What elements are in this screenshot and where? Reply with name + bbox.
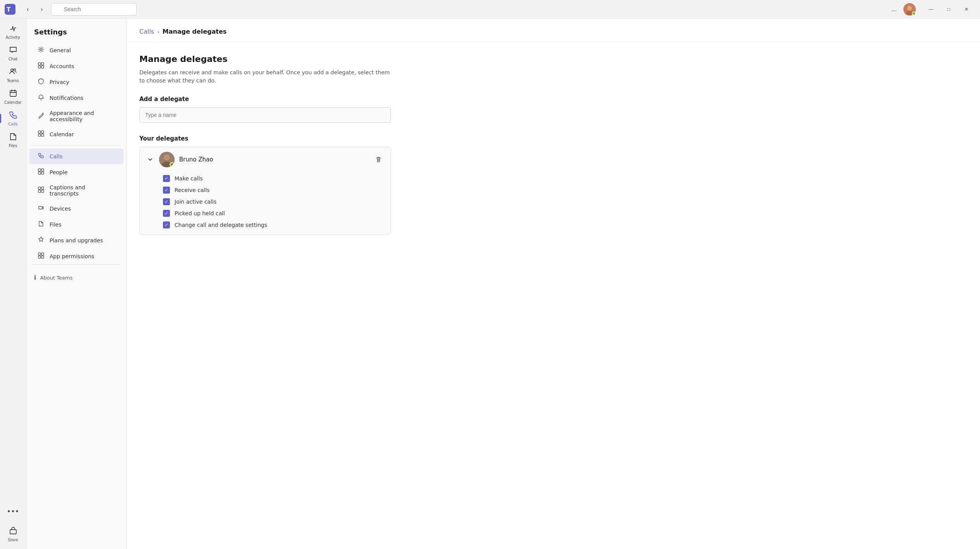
search-wrapper: 🔍	[51, 3, 245, 15]
permission-make-calls[interactable]: ✓ Make calls	[163, 175, 384, 182]
settings-captions-label: Captions and transcripts	[50, 184, 116, 197]
settings-calendar-icon	[37, 130, 45, 138]
svg-point-14	[43, 113, 44, 114]
nav-item-activity[interactable]: Activity	[3, 22, 23, 42]
delegate-avatar	[159, 152, 175, 167]
about-teams-link[interactable]: ℹ About Teams	[26, 268, 127, 287]
settings-item-notifications[interactable]: Notifications	[29, 90, 123, 106]
make-calls-label: Make calls	[175, 175, 203, 182]
breadcrumb-parent[interactable]: Calls	[139, 28, 154, 35]
accounts-label: Accounts	[50, 63, 74, 69]
svg-rect-8	[10, 530, 16, 534]
settings-files-icon	[37, 221, 45, 228]
settings-calls-label: Calls	[50, 153, 62, 160]
join-active-checkmark: ✓	[164, 199, 168, 204]
permission-pickup-held[interactable]: ✓ Picked up held call	[163, 210, 384, 217]
settings-item-general[interactable]: General	[29, 43, 123, 58]
settings-plans-label: Plans and upgrades	[50, 237, 103, 244]
settings-files-label: Files	[50, 221, 62, 228]
titlebar: T ‹ › 🔍 ... — □ ✕	[0, 0, 980, 19]
minimize-button[interactable]: —	[922, 3, 940, 15]
breadcrumb-current: Manage delegates	[163, 28, 227, 35]
settings-item-calendar[interactable]: Calendar	[29, 127, 123, 142]
svg-rect-29	[41, 253, 44, 255]
settings-people-icon	[37, 168, 45, 176]
nav-item-store[interactable]: Store	[3, 524, 23, 544]
receive-calls-checkbox[interactable]: ✓	[163, 187, 170, 194]
nav-item-chat[interactable]: Chat	[3, 43, 23, 63]
settings-item-devices[interactable]: Devices	[29, 201, 123, 216]
titlebar-right: ... — □ ✕	[888, 3, 975, 15]
permission-join-active[interactable]: ✓ Join active calls	[163, 198, 384, 205]
receive-calls-label: Receive calls	[175, 187, 210, 193]
svg-rect-30	[38, 256, 41, 258]
notifications-label: Notifications	[50, 95, 84, 101]
settings-devices-icon	[37, 205, 45, 213]
change-settings-checkbox[interactable]: ✓	[163, 221, 170, 228]
settings-item-privacy[interactable]: Privacy	[29, 74, 123, 90]
user-avatar[interactable]	[903, 3, 916, 15]
make-calls-checkbox[interactable]: ✓	[163, 175, 170, 182]
svg-rect-26	[41, 190, 44, 192]
permission-receive-calls[interactable]: ✓ Receive calls	[163, 187, 384, 194]
delegate-status-indicator	[170, 162, 174, 167]
settings-title: Settings	[26, 25, 127, 42]
forward-button[interactable]: ›	[36, 3, 48, 15]
files-icon	[9, 132, 17, 143]
delegate-search-input[interactable]	[139, 107, 391, 123]
settings-plans-icon	[37, 237, 45, 244]
settings-item-calls[interactable]: Calls	[29, 149, 123, 164]
nav-item-more[interactable]: •••	[3, 503, 23, 523]
settings-item-appearance[interactable]: Appearance and accessibility	[29, 106, 123, 126]
user-status-indicator	[912, 12, 916, 15]
back-button[interactable]: ‹	[22, 3, 34, 15]
pickup-held-checkbox[interactable]: ✓	[163, 210, 170, 217]
settings-app-permissions-icon	[37, 252, 45, 260]
appearance-icon	[37, 112, 45, 120]
delegate-delete-button[interactable]	[373, 154, 384, 165]
accounts-icon	[37, 62, 45, 70]
nav-item-calls[interactable]: Calls	[3, 108, 23, 129]
add-delegate-label: Add a delegate	[139, 96, 968, 103]
receive-calls-checkmark: ✓	[164, 187, 168, 193]
delegate-collapse-button[interactable]	[146, 155, 154, 164]
svg-point-9	[40, 49, 42, 51]
settings-item-people[interactable]: People	[29, 165, 123, 180]
maximize-button[interactable]: □	[940, 3, 958, 15]
close-button[interactable]: ✕	[958, 3, 975, 15]
settings-item-plans[interactable]: Plans and upgrades	[29, 233, 123, 248]
delegate-card: Bruno Zhao ✓ Make calls	[139, 147, 391, 235]
more-options-button[interactable]: ...	[888, 3, 900, 15]
content-header: Calls › Manage delegates	[127, 19, 980, 42]
svg-rect-13	[41, 66, 44, 68]
settings-item-captions[interactable]: Captions and transcripts	[29, 180, 123, 201]
pickup-held-label: Picked up held call	[175, 210, 225, 216]
settings-item-app-permissions[interactable]: App permissions	[29, 249, 123, 264]
svg-rect-25	[38, 190, 41, 192]
nav-item-calendar[interactable]: Calendar	[3, 87, 23, 107]
general-label: General	[50, 47, 71, 53]
calendar-label: Calendar	[4, 100, 22, 105]
delegate-header: Bruno Zhao	[140, 147, 391, 172]
make-calls-checkmark: ✓	[164, 176, 168, 181]
notifications-icon	[37, 94, 45, 102]
search-input[interactable]	[51, 3, 137, 15]
settings-divider	[33, 145, 120, 146]
nav-item-teams[interactable]: Teams	[3, 65, 23, 85]
settings-calendar-label: Calendar	[50, 131, 74, 137]
permission-change-settings[interactable]: ✓ Change call and delegate settings	[163, 221, 384, 228]
settings-captions-icon	[37, 187, 45, 194]
svg-rect-23	[38, 187, 41, 189]
join-active-checkbox[interactable]: ✓	[163, 198, 170, 205]
svg-rect-10	[38, 63, 41, 65]
settings-item-files[interactable]: Files	[29, 217, 123, 232]
svg-point-35	[164, 155, 169, 160]
change-settings-label: Change call and delegate settings	[175, 222, 267, 228]
settings-calls-icon	[37, 153, 45, 160]
pickup-held-checkmark: ✓	[164, 211, 168, 216]
chat-label: Chat	[9, 57, 17, 61]
nav-item-files[interactable]: Files	[3, 130, 23, 150]
settings-item-accounts[interactable]: Accounts	[29, 58, 123, 74]
svg-rect-20	[41, 169, 44, 171]
files-label: Files	[9, 144, 17, 148]
